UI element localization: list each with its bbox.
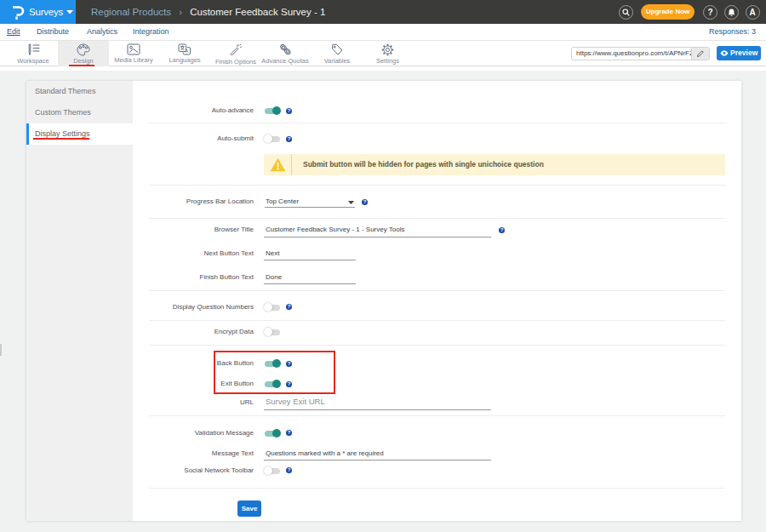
- svg-text:A: A: [186, 49, 189, 54]
